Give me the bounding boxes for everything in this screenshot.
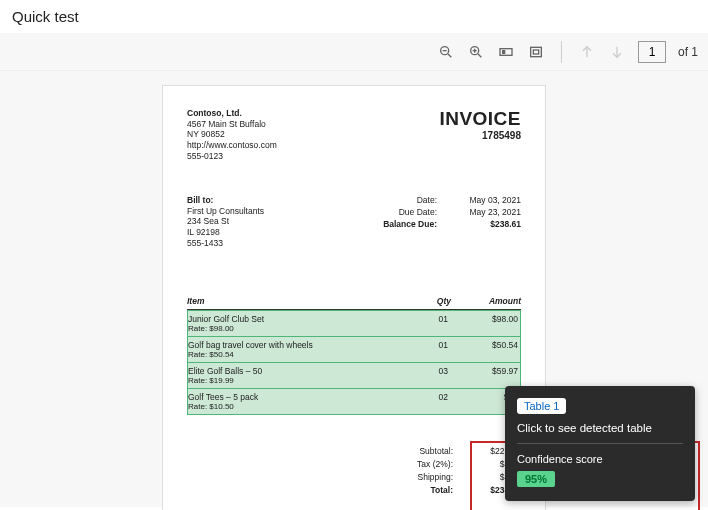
due-value: May 23, 2021 (461, 207, 521, 219)
confidence-value-badge: 95% (517, 471, 555, 487)
svg-line-1 (448, 54, 451, 57)
from-city: NY 90852 (187, 129, 277, 140)
balance-label: Balance Due: (377, 219, 437, 231)
from-phone: 555-0123 (187, 151, 277, 162)
fit-page-icon[interactable] (527, 43, 545, 61)
item-name: Junior Golf Club Set (188, 314, 404, 324)
date-value: May 03, 2021 (461, 195, 521, 207)
invoice-title: INVOICE (439, 108, 521, 130)
item-amount: $59.97 (450, 366, 520, 385)
next-page-icon[interactable] (608, 43, 626, 61)
col-qty-header: Qty (405, 296, 451, 306)
page-total-label: of 1 (678, 45, 698, 59)
zoom-in-icon[interactable] (467, 43, 485, 61)
item-rate: Rate: $98.00 (188, 324, 404, 333)
bill-to-label: Bill to: (187, 195, 264, 206)
col-amount-header: Amount (451, 296, 521, 306)
page-number-input[interactable]: 1 (638, 41, 666, 63)
item-rate: Rate: $50.54 (188, 350, 404, 359)
tax-label: Tax (2%): (393, 458, 453, 471)
svg-rect-7 (500, 48, 512, 55)
svg-line-4 (478, 54, 481, 57)
table-row: Golf bag travel cover with wheelsRate: $… (188, 337, 520, 363)
toolbar-divider (561, 41, 562, 63)
detected-table-highlight[interactable]: Junior Golf Club SetRate: $98.00 01 $98.… (187, 310, 521, 415)
bill-to-name: First Up Consultants (187, 206, 264, 217)
subtotal-label: Subtotal: (393, 445, 453, 458)
item-qty: 03 (404, 366, 450, 385)
document-page[interactable]: Contoso, Ltd. 4567 Main St Buffalo NY 90… (162, 85, 546, 510)
table-row: Elite Golf Balls – 50Rate: $19.99 03 $59… (188, 363, 520, 389)
tooltip-divider (517, 443, 683, 444)
table-row: Golf Tees – 5 packRate: $10.50 02 $21 (188, 389, 520, 414)
tooltip-click-text: Click to see detected table (517, 422, 683, 434)
from-street: 4567 Main St Buffalo (187, 119, 277, 130)
page-title: Quick test (0, 0, 708, 33)
totals-block: Subtotal:$229.51 Tax (2%):$4.60 Shipping… (187, 445, 521, 496)
item-name: Elite Golf Balls – 50 (188, 366, 404, 376)
item-qty: 02 (404, 392, 450, 411)
from-address: Contoso, Ltd. 4567 Main St Buffalo NY 90… (187, 108, 277, 161)
col-item-header: Item (187, 296, 405, 306)
item-name: Golf Tees – 5 pack (188, 392, 404, 402)
bill-to-city: IL 92198 (187, 227, 264, 238)
item-qty: 01 (404, 340, 450, 359)
item-rate: Rate: $19.99 (188, 376, 404, 385)
balance-value: $238.61 (461, 219, 521, 231)
table-row: Junior Golf Club SetRate: $98.00 01 $98.… (188, 311, 520, 337)
shipping-label: Shipping: (393, 471, 453, 484)
item-amount: $50.54 (450, 340, 520, 359)
dates-block: Date:May 03, 2021 Due Date:May 23, 2021 … (377, 195, 521, 248)
from-url: http://www.contoso.com (187, 140, 277, 151)
bill-to-block: Bill to: First Up Consultants 234 Sea St… (187, 195, 264, 248)
bill-to-phone: 555-1433 (187, 238, 264, 249)
zoom-out-icon[interactable] (437, 43, 455, 61)
invoice-number: 1785498 (439, 130, 521, 141)
due-label: Due Date: (377, 207, 437, 219)
document-viewport: Contoso, Ltd. 4567 Main St Buffalo NY 90… (0, 71, 708, 507)
fit-width-icon[interactable] (497, 43, 515, 61)
viewer-toolbar: 1 of 1 (0, 33, 708, 71)
svg-rect-10 (533, 50, 538, 54)
item-amount: $98.00 (450, 314, 520, 333)
svg-rect-8 (503, 50, 505, 53)
item-name: Golf bag travel cover with wheels (188, 340, 404, 350)
prev-page-icon[interactable] (578, 43, 596, 61)
svg-rect-9 (531, 47, 542, 56)
detected-table-tooltip[interactable]: Table 1 Click to see detected table Conf… (505, 386, 695, 501)
bill-to-street: 234 Sea St (187, 216, 264, 227)
invoice-heading: INVOICE 1785498 (439, 108, 521, 161)
table-badge[interactable]: Table 1 (517, 398, 566, 414)
total-label: Total: (393, 484, 453, 497)
confidence-label: Confidence score (517, 453, 683, 465)
item-qty: 01 (404, 314, 450, 333)
date-label: Date: (377, 195, 437, 207)
line-items-table: Item Qty Amount Junior Golf Club SetRate… (187, 296, 521, 415)
from-name: Contoso, Ltd. (187, 108, 277, 119)
item-rate: Rate: $10.50 (188, 402, 404, 411)
